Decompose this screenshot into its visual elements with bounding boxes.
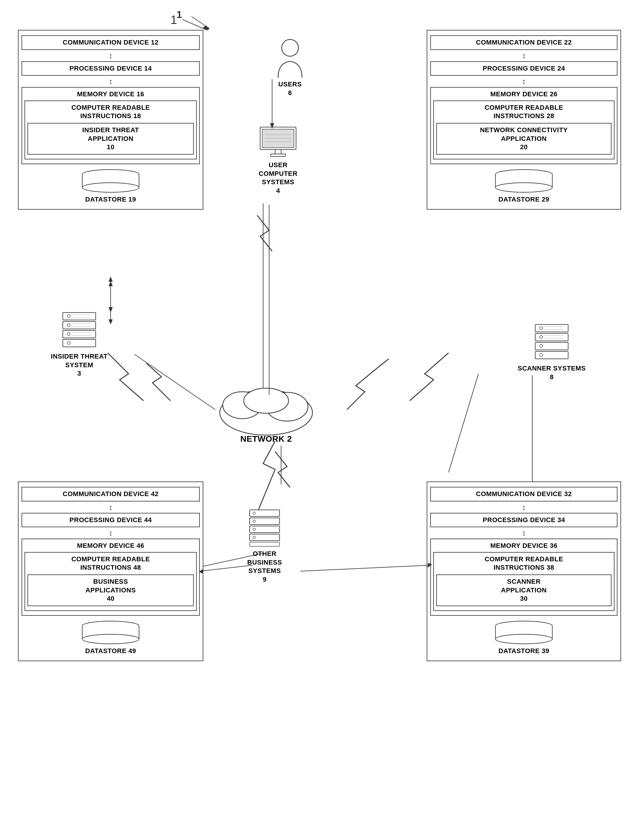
svg-rect-32 xyxy=(63,312,96,320)
mem-device-tr: MEMORY DEVICE 26 COMPUTER READABLEINSTRU… xyxy=(430,87,617,164)
cri-tr: COMPUTER READABLEINSTRUCTIONS 28 NETWORK… xyxy=(433,100,615,159)
mem-device-br: MEMORY DEVICE 36 COMPUTER READABLEINSTRU… xyxy=(430,539,617,616)
svg-marker-92 xyxy=(203,25,207,30)
user-to-network-line xyxy=(257,204,281,398)
mem-device-tl: MEMORY DEVICE 16 COMPUTER READABLEINSTRU… xyxy=(22,87,200,164)
user-computer-label: USERCOMPUTERSYSTEMS4 xyxy=(233,161,323,195)
comm-device-bl-label: COMMUNICATION DEVICE 42 xyxy=(24,490,197,498)
svg-line-88 xyxy=(300,565,431,571)
arrow-tl-2: ↕ xyxy=(22,78,200,85)
app-br: SCANNERAPPLICATION30 xyxy=(436,574,612,606)
comm-device-bl: COMMUNICATION DEVICE 42 xyxy=(22,487,200,501)
title-arrow: 1 xyxy=(167,9,227,33)
scanner-to-br-line xyxy=(502,374,562,493)
cri-br: COMPUTER READABLEINSTRUCTIONS 38 SCANNER… xyxy=(433,552,615,611)
comm-device-tl-label: COMMUNICATION DEVICE 12 xyxy=(24,38,197,47)
svg-rect-77 xyxy=(250,510,280,516)
comm-device-tr: COMMUNICATION DEVICE 22 xyxy=(430,35,617,50)
proc-device-bl-label: PROCESSING DEVICE 44 xyxy=(24,516,197,525)
cri-bl-label: COMPUTER READABLEINSTRUCTIONS 48 xyxy=(27,555,194,572)
svg-rect-54 xyxy=(535,325,568,332)
datastore-tl-cylinder xyxy=(81,169,140,193)
bottom-left-system-box: COMMUNICATION DEVICE 42 ↕ PROCESSING DEV… xyxy=(18,482,203,661)
datastore-tr-cylinder xyxy=(494,169,554,193)
svg-rect-85 xyxy=(250,542,280,546)
diagram-title: 1 xyxy=(167,9,227,34)
app-br-label: SCANNERAPPLICATION30 xyxy=(439,578,609,603)
datastore-tr-label: DATASTORE 29 xyxy=(430,195,617,204)
svg-marker-48 xyxy=(108,281,113,286)
datastore-bl-label: DATASTORE 49 xyxy=(22,647,200,655)
server-icon-left xyxy=(61,311,97,350)
comm-device-br: COMMUNICATION DEVICE 32 xyxy=(430,487,617,501)
svg-rect-79 xyxy=(250,518,280,525)
arrow-br-2: ↕ xyxy=(430,529,617,537)
svg-rect-81 xyxy=(250,526,280,533)
svg-line-86 xyxy=(200,565,253,571)
svg-point-71 xyxy=(82,634,139,644)
arrow-br-1: ↕ xyxy=(430,503,617,511)
arrow-bl-2: ↕ xyxy=(22,529,200,537)
app-tl: INSIDER THREATAPPLICATION10 xyxy=(27,123,194,154)
diagram: 1 COMMUNICATION DEVICE 12 ↕ xyxy=(0,0,639,840)
cri-bl: COMPUTER READABLEINSTRUCTIONS 48 BUSINES… xyxy=(24,552,197,611)
arrow-tr-1: ↕ xyxy=(430,52,617,59)
arrow-tl-1: ↕ xyxy=(22,52,200,59)
server-icon-right xyxy=(534,323,570,362)
svg-rect-83 xyxy=(250,534,280,541)
other-business-server-icon xyxy=(248,508,281,547)
app-bl-label: BUSINESSAPPLICATIONS40 xyxy=(30,578,191,603)
datastore-bl-cylinder xyxy=(81,620,140,644)
tl-to-server-arrow xyxy=(102,280,119,315)
mem-device-br-label: MEMORY DEVICE 36 xyxy=(433,542,615,550)
mem-device-tl-label: MEMORY DEVICE 16 xyxy=(24,90,197,99)
datastore-tl-label: DATASTORE 19 xyxy=(22,195,200,204)
svg-marker-87 xyxy=(199,569,203,574)
proc-device-bl: PROCESSING DEVICE 44 xyxy=(22,513,200,528)
svg-rect-25 xyxy=(275,150,281,154)
users-to-computer-arrow xyxy=(257,78,287,138)
obs-to-br-arrow xyxy=(299,556,434,580)
svg-rect-64 xyxy=(535,352,568,359)
arrow-tr-2: ↕ xyxy=(430,78,617,85)
svg-rect-40 xyxy=(63,331,96,338)
mem-device-bl-label: MEMORY DEVICE 46 xyxy=(24,542,197,550)
lightning-left xyxy=(105,350,218,404)
svg-rect-44 xyxy=(63,339,96,347)
svg-point-22 xyxy=(282,40,299,56)
cri-tl-label: COMPUTER READABLEINSTRUCTIONS 18 xyxy=(27,103,194,121)
svg-marker-89 xyxy=(428,563,432,568)
proc-device-br: PROCESSING DEVICE 34 xyxy=(430,513,617,528)
mem-device-bl: MEMORY DEVICE 46 COMPUTER READABLEINSTRU… xyxy=(22,539,200,616)
mem-device-tr-label: MEMORY DEVICE 26 xyxy=(433,90,615,99)
svg-marker-47 xyxy=(108,307,113,312)
bottom-right-system-box: COMMUNICATION DEVICE 32 ↕ PROCESSING DEV… xyxy=(427,482,621,661)
comm-device-br-label: COMMUNICATION DEVICE 32 xyxy=(433,490,615,498)
svg-rect-58 xyxy=(535,333,568,341)
app-tr: NETWORK CONNECTIVITYAPPLICATION20 xyxy=(436,123,612,154)
obs-to-bl-arrow xyxy=(194,556,254,580)
comm-device-tl: COMMUNICATION DEVICE 12 xyxy=(22,35,200,50)
datastore-br-label: DATASTORE 39 xyxy=(430,647,617,655)
svg-line-9 xyxy=(448,374,478,473)
arrow-bl-1: ↕ xyxy=(22,503,200,511)
cri-br-label: COMPUTER READABLEINSTRUCTIONS 38 xyxy=(436,555,612,572)
svg-point-16 xyxy=(82,183,139,192)
proc-device-tl: PROCESSING DEVICE 14 xyxy=(22,61,200,76)
app-tr-label: NETWORK CONNECTIVITYAPPLICATION20 xyxy=(439,126,609,152)
svg-point-21 xyxy=(496,183,552,192)
svg-marker-31 xyxy=(270,123,274,129)
cri-tl: COMPUTER READABLEINSTRUCTIONS 18 INSIDER… xyxy=(24,100,197,159)
comm-device-tr-label: COMMUNICATION DEVICE 22 xyxy=(433,38,615,47)
users-icon xyxy=(275,39,305,78)
app-bl: BUSINESSAPPLICATIONS40 xyxy=(27,574,194,606)
cri-tr-label: COMPUTER READABLEINSTRUCTIONS 28 xyxy=(436,103,612,121)
top-right-system-box: COMMUNICATION DEVICE 22 ↕ PROCESSING DEV… xyxy=(427,30,621,210)
proc-device-tl-label: PROCESSING DEVICE 14 xyxy=(24,64,197,73)
proc-device-tr-label: PROCESSING DEVICE 24 xyxy=(433,64,615,73)
svg-rect-36 xyxy=(63,321,96,329)
svg-line-91 xyxy=(183,19,206,30)
svg-rect-62 xyxy=(535,342,568,350)
svg-rect-26 xyxy=(270,154,286,156)
proc-device-tr: PROCESSING DEVICE 24 xyxy=(430,61,617,76)
